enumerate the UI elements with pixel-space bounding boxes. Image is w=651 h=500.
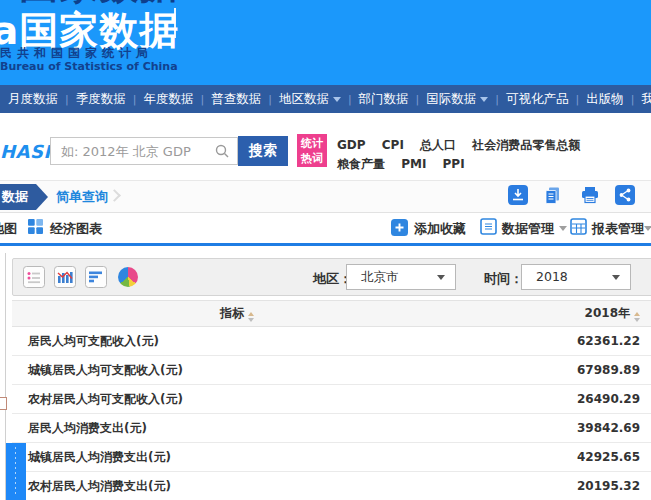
nav-separator: | xyxy=(495,93,499,106)
add-favorite-button[interactable]: 添加收藏 xyxy=(414,220,466,238)
nav-separator: | xyxy=(416,93,420,106)
hot-badge-line2: 热词 xyxy=(297,151,327,166)
column-header-year[interactable]: 2018年 xyxy=(462,305,651,322)
logo-divider xyxy=(174,8,176,38)
economic-chart-icon xyxy=(28,219,43,234)
hot-word-ppi[interactable]: PPI xyxy=(443,157,465,171)
nav-item-label: 我的收藏 xyxy=(641,91,651,108)
search-box xyxy=(50,137,238,165)
nav-item-label: 部门数据 xyxy=(359,91,409,108)
indicator-value: 42925.65 xyxy=(462,450,651,464)
nav-separator: | xyxy=(348,93,352,106)
indicator-label: 居民人均消费支出(元) xyxy=(12,420,462,437)
chevron-down-icon xyxy=(333,97,341,102)
chevron-down-icon xyxy=(612,275,620,280)
indicator-value: 39842.69 xyxy=(462,421,651,435)
time-label: 时间： xyxy=(484,270,523,288)
nav-item-favorites[interactable]: 我的收藏 xyxy=(641,91,651,108)
search-icon xyxy=(214,143,230,159)
hot-words-badge: 统计 热词 xyxy=(297,134,327,167)
share-icon[interactable] xyxy=(615,185,635,205)
nav-item-census[interactable]: 普查数据 xyxy=(211,91,261,108)
indicator-value: 67989.89 xyxy=(462,363,651,377)
indicator-value: 26490.29 xyxy=(462,392,651,406)
table-row[interactable]: 农村居民人均可支配收入(元) 26490.29 xyxy=(12,385,651,414)
sub-toolbar: 地图 经济图表 添加收藏 数据管理 报表管理 xyxy=(0,213,651,243)
nav-item-label: 季度数据 xyxy=(76,91,126,108)
hot-badge-line1: 统计 xyxy=(297,136,327,151)
hot-word-grain[interactable]: 粮食产量 xyxy=(337,157,385,171)
copy-icon[interactable] xyxy=(543,185,563,205)
hot-word-cpi[interactable]: CPI xyxy=(382,138,404,152)
chevron-down-icon xyxy=(644,226,651,231)
floating-side-button[interactable] xyxy=(6,443,26,500)
table-header-row: 指标 2018年 xyxy=(12,300,651,327)
tab-economic-chart[interactable]: 经济图表 xyxy=(50,220,102,238)
time-value: 2018 xyxy=(536,269,568,284)
search-button[interactable]: 搜索 xyxy=(238,136,288,166)
nav-item-label: 国际数据 xyxy=(426,91,476,108)
table-row[interactable]: 居民人均可支配收入(元) 62361.22 xyxy=(12,327,651,356)
download-icon[interactable] xyxy=(508,185,528,205)
nav-separator: | xyxy=(268,93,272,106)
chevron-down-icon xyxy=(480,97,488,102)
nav-item-quarterly[interactable]: 季度数据 xyxy=(76,91,126,108)
filter-toolbar: 地区： 北京市 时间： 2018 xyxy=(12,258,651,296)
nav-item-visualization[interactable]: 可视化产品 xyxy=(506,91,569,108)
hot-word-gdp[interactable]: GDP xyxy=(337,138,366,152)
chevron-down-icon xyxy=(559,226,567,231)
table-row[interactable]: 居民人均消费支出(元) 39842.69 xyxy=(12,414,651,443)
hot-word-retail[interactable]: 社会消费品零售总额 xyxy=(472,138,580,152)
nav-item-label: 可视化产品 xyxy=(506,91,569,108)
pie-chart-icon[interactable] xyxy=(118,267,138,287)
hot-words-row2: 粮食产量 PMI PPI xyxy=(337,156,477,173)
data-table: 指标 2018年 居民人均可支配收入(元) 62361.22 城镇居民人均可支配… xyxy=(12,300,651,500)
column-header-indicator[interactable]: 指标 xyxy=(12,305,462,322)
hot-words-row1: GDP CPI 总人口 社会消费品零售总额 xyxy=(337,137,592,154)
nav-item-publications[interactable]: 出版物 xyxy=(586,91,624,108)
bar-line-chart-icon[interactable] xyxy=(54,266,76,288)
list-view-icon[interactable] xyxy=(23,266,45,288)
hot-word-pmi[interactable]: PMI xyxy=(401,157,426,171)
data-management-icon xyxy=(480,218,497,235)
time-select[interactable]: 2018 xyxy=(521,264,631,290)
horizontal-bar-chart-icon[interactable] xyxy=(85,266,107,288)
nav-item-monthly[interactable]: 月度数据 xyxy=(8,91,58,108)
chevron-down-icon xyxy=(437,275,445,280)
indicator-label: 城镇居民人均消费支出(元) xyxy=(12,449,462,466)
nav-separator: | xyxy=(200,93,204,106)
column-header-label: 2018年 xyxy=(585,306,630,320)
table-row[interactable]: 城镇居民人均消费支出(元) 42925.65 xyxy=(12,443,651,472)
region-select[interactable]: 北京市 xyxy=(346,264,456,290)
breadcrumb-tab-data[interactable]: 数据 xyxy=(0,184,48,210)
chevron-right-icon xyxy=(108,189,121,202)
column-header-label: 指标 xyxy=(220,306,244,320)
nav-item-departmental[interactable]: 部门数据 xyxy=(359,91,409,108)
region-value: 北京市 xyxy=(361,269,399,284)
clipped-widget xyxy=(0,397,7,410)
page: a国家数据 a国家数据 民共和国国家统计局 Bureau of Statisti… xyxy=(0,0,651,500)
data-management-button[interactable]: 数据管理 xyxy=(502,220,554,238)
header-banner: a国家数据 a国家数据 民共和国国家统计局 Bureau of Statisti… xyxy=(0,0,651,85)
report-management-button[interactable]: 报表管理 xyxy=(592,220,644,238)
nav-item-label: 地区数据 xyxy=(279,91,329,108)
logo-subtitle-en: Bureau of Statistics of China xyxy=(0,60,178,73)
nav-item-regional[interactable]: 地区数据 xyxy=(279,91,341,108)
breadcrumb-current-simple-query[interactable]: 简单查询 xyxy=(56,188,108,206)
accent-divider xyxy=(0,243,651,246)
search-input[interactable] xyxy=(51,138,237,164)
nav-item-label: 普查数据 xyxy=(211,91,261,108)
report-management-icon xyxy=(570,218,587,235)
nav-item-annual[interactable]: 年度数据 xyxy=(143,91,193,108)
hot-word-population[interactable]: 总人口 xyxy=(420,138,456,152)
indicator-label: 城镇居民人均可支配收入(元) xyxy=(12,362,462,379)
table-row[interactable]: 农村居民人均消费支出(元) 20195.32 xyxy=(12,472,651,500)
nav-item-label: 月度数据 xyxy=(8,91,58,108)
sort-icon xyxy=(634,312,640,322)
print-icon[interactable] xyxy=(580,185,600,205)
table-row[interactable]: 城镇居民人均可支配收入(元) 67989.89 xyxy=(12,356,651,385)
tab-map[interactable]: 地图 xyxy=(0,220,17,238)
indicator-label: 居民人均可支配收入(元) xyxy=(12,333,462,350)
indicator-label: 农村居民人均可支配收入(元) xyxy=(12,391,462,408)
nav-item-international[interactable]: 国际数据 xyxy=(426,91,488,108)
